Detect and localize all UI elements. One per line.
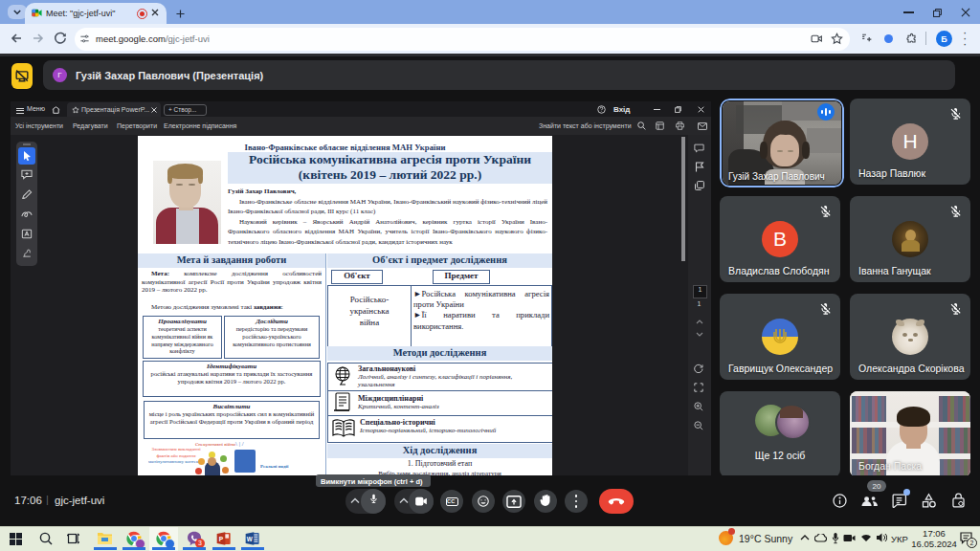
svg-text:W: W [247, 536, 253, 542]
svg-text:P: P [219, 536, 224, 542]
